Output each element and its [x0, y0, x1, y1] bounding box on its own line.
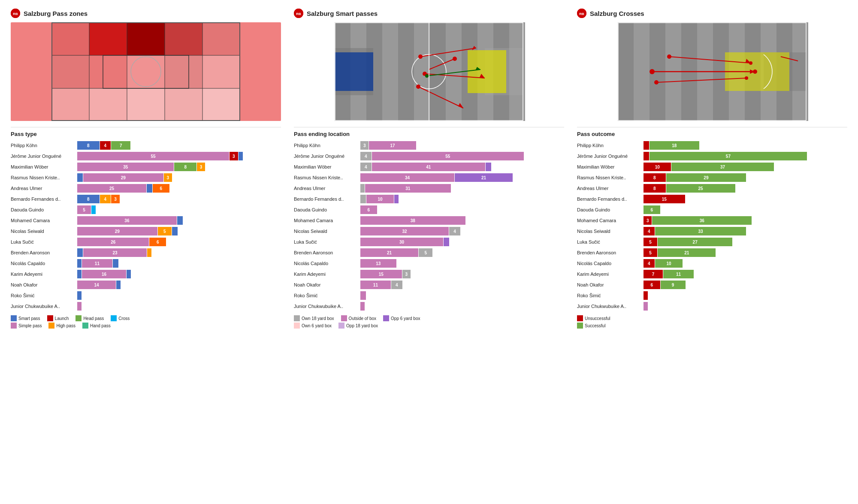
bar-segment [644, 141, 649, 150]
svg-rect-44 [468, 50, 506, 93]
bar-segment: 4 [100, 141, 111, 150]
bar-group: 3583 [77, 163, 281, 171]
bar-group: 455 [360, 152, 564, 160]
player-name: Rasmus Nissen Kriste.. [577, 175, 644, 180]
player-row: Karim Adeyemi153 [294, 269, 564, 279]
player-name: Mohamed Camara [11, 218, 77, 223]
legend-label: Smart pass [18, 316, 40, 321]
player-name: Junior Chukwubuike A.. [294, 304, 360, 309]
legend-line: Successful [577, 323, 610, 329]
legend-item: Unsuccessful [577, 315, 610, 321]
bar-group: 31 [360, 184, 564, 193]
bar-segment: 3 [111, 195, 119, 203]
bar-segment: 4 [360, 152, 372, 160]
legend-swatch [294, 315, 300, 321]
player-name: Roko Šimić [577, 293, 644, 298]
player-row: Junior Chukwubuike A.. [577, 302, 847, 311]
legend-label: Opp 6 yard box [391, 316, 420, 321]
bar-group: 30 [360, 238, 564, 246]
player-row: Andreas Ulmer825 [577, 184, 847, 193]
bar-segment: 14 [77, 281, 116, 289]
player-row: Maximilian Wöber441 [294, 162, 564, 172]
player-name: Philipp Köhn [294, 143, 360, 148]
bar-segment: 5 [77, 205, 91, 214]
bar-segment: 4 [360, 163, 372, 171]
player-row: Luka Sučić527 [577, 237, 847, 247]
bar-segment: 10 [644, 163, 671, 171]
player-row: Maximilian Wöber3583 [11, 162, 281, 172]
svg-rect-9 [89, 55, 127, 88]
bar-group: 16 [77, 270, 281, 278]
player-row: Roko Šimić [11, 291, 281, 300]
bar-group: 553 [77, 152, 281, 160]
svg-rect-3 [51, 22, 89, 55]
bar-segment: 4 [644, 259, 655, 268]
bar-group: 18 [644, 141, 847, 150]
svg-text:RB: RB [13, 12, 18, 16]
bar-segment: 38 [360, 216, 465, 225]
player-name: Philipp Köhn [577, 143, 644, 148]
bar-segment [239, 152, 243, 160]
player-row: Mohamed Camara36 [11, 216, 281, 225]
player-name: Mohamed Camara [577, 218, 644, 223]
player-name: Noah Okafor [11, 282, 77, 287]
svg-rect-4 [89, 22, 127, 55]
bar-segment: 6 [644, 281, 660, 289]
bar-segment: 5 [158, 227, 172, 235]
player-name: Bernardo Fernandes d.. [294, 196, 360, 202]
player-name: Brenden Aaronson [11, 250, 77, 255]
player-row: Rasmus Nissen Kriste..829 [577, 173, 847, 182]
player-row: Maximilian Wöber1037 [577, 162, 847, 172]
player-name: Junior Chukwubuike A.. [577, 304, 644, 309]
legend-swatch [383, 315, 389, 321]
bar-segment [77, 248, 83, 257]
player-name: Brenden Aaronson [577, 250, 644, 255]
team-badge: RB [577, 9, 586, 18]
player-row: Brenden Aaronson215 [294, 248, 564, 257]
player-name: Luka Sučić [11, 239, 77, 244]
player-row: Noah Okafor69 [577, 280, 847, 290]
bar-segment: 36 [652, 216, 752, 225]
bar-segment: 29 [77, 227, 157, 235]
bar-group [77, 302, 281, 311]
bar-segment: 3 [644, 216, 652, 225]
bar-group: 11 [77, 259, 281, 268]
svg-text:RB: RB [579, 12, 584, 16]
bar-group: 410 [644, 259, 847, 268]
player-name: Daouda Guindo [11, 207, 77, 212]
player-row: Luka Sučić266 [11, 237, 281, 247]
legend-label: Own 6 yard box [302, 323, 332, 328]
player-row: Jérôme Junior Onguéné553 [11, 151, 281, 161]
main-container: RBSalzburg Pass zones [0, 0, 858, 337]
bar-segment: 36 [77, 216, 177, 225]
bar-segment: 11 [82, 259, 112, 268]
player-row: Rasmus Nissen Kriste..293 [11, 173, 281, 182]
bar-segment [360, 195, 366, 203]
legend-item: Opp 6 yard box [383, 315, 420, 321]
bar-segment [360, 184, 365, 193]
player-row: Nicolas Seiwald433 [577, 226, 847, 236]
bar-segment: 55 [372, 152, 524, 160]
bar-segment: 8 [644, 173, 666, 182]
legend-swatch [338, 323, 344, 329]
legend: Own 18 yard boxOutside of boxOpp 6 yard … [294, 315, 564, 329]
legend-item: Smart pass [11, 315, 40, 321]
bar-segment [77, 302, 82, 311]
bar-segment: 6 [644, 205, 660, 214]
player-row: Roko Šimić [577, 291, 847, 300]
player-row: Karim Adeyemi711 [577, 269, 847, 279]
bar-group: 256 [77, 184, 281, 193]
player-row: Nicolás Capaldo11 [11, 259, 281, 268]
player-name: Luka Sučić [577, 239, 644, 244]
svg-rect-35 [414, 22, 430, 121]
bar-group: 1037 [644, 163, 847, 171]
legend-swatch [577, 315, 583, 321]
player-name: Nicolas Seiwald [11, 229, 77, 234]
player-row: Daouda Guindo6 [577, 205, 847, 214]
player-name: Daouda Guindo [294, 207, 360, 212]
bar-group: 711 [644, 270, 847, 278]
player-name: Rasmus Nissen Kriste.. [294, 175, 360, 180]
player-row: Andreas Ulmer256 [11, 184, 281, 193]
player-name: Andreas Ulmer [577, 186, 644, 191]
bar-segment: 41 [372, 163, 485, 171]
